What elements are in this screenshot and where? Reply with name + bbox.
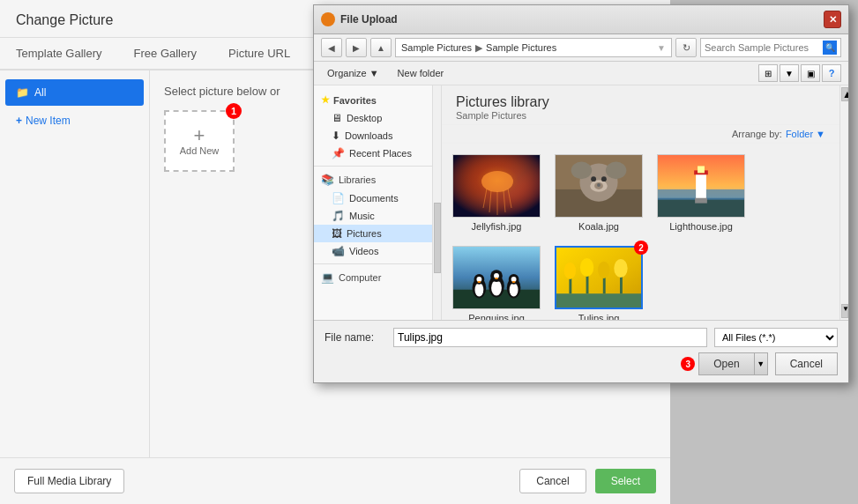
svg-point-27 bbox=[475, 283, 484, 297]
arrange-by-value[interactable]: Folder ▼ bbox=[786, 129, 825, 139]
file-name-label: File name: bbox=[325, 331, 386, 344]
back-button[interactable]: ◀ bbox=[321, 38, 342, 57]
organize-button[interactable]: Organize ▼ bbox=[321, 65, 385, 81]
documents-icon: 📄 bbox=[332, 192, 345, 204]
address-dropdown-icon[interactable]: ▼ bbox=[657, 43, 666, 53]
sidebar-item-desktop[interactable]: 🖥 Desktop bbox=[314, 109, 432, 127]
select-button[interactable]: Select bbox=[595, 469, 656, 493]
svg-rect-23 bbox=[695, 198, 707, 204]
view-mode-button[interactable]: ⊞ bbox=[758, 64, 778, 82]
file-name-penguins: Penguins.jpg bbox=[468, 313, 525, 320]
sidebar-downloads-label: Downloads bbox=[345, 130, 392, 141]
new-folder-button[interactable]: New folder bbox=[392, 66, 450, 80]
arrange-by-label: Arrange by: bbox=[732, 129, 782, 139]
file-item-lighthouse[interactable]: Lighthouse.jpg bbox=[657, 154, 745, 232]
refresh-button[interactable]: ↻ bbox=[675, 38, 697, 57]
search-input[interactable] bbox=[705, 42, 823, 53]
plus-large-icon: + bbox=[194, 126, 205, 145]
file-item-jellyfish[interactable]: Jellyfish.jpg bbox=[452, 154, 541, 232]
svg-rect-42 bbox=[556, 293, 641, 308]
forward-button[interactable]: ▶ bbox=[346, 38, 367, 57]
file-thumbnail-jellyfish bbox=[452, 154, 541, 218]
search-button[interactable]: 🔍 bbox=[823, 41, 837, 55]
favorites-section: ★ Favorites 🖥 Desktop ⬇ Downloads 📌 Rece… bbox=[314, 91, 432, 162]
left-scrollbar[interactable] bbox=[433, 85, 442, 320]
file-item-koala[interactable]: Koala.jpg bbox=[555, 154, 643, 232]
dialog-cancel-button[interactable]: Cancel bbox=[775, 352, 838, 375]
libraries-icon: 📚 bbox=[321, 174, 334, 186]
full-media-library-button[interactable]: Full Media Library bbox=[14, 469, 124, 493]
svg-point-48 bbox=[598, 262, 609, 278]
sidebar-all-label: All bbox=[34, 86, 46, 99]
sidebar-item-documents[interactable]: 📄 Documents bbox=[314, 189, 432, 207]
pictures-library-header: Pictures library Sample Pictures bbox=[442, 85, 839, 125]
tab-free-gallery[interactable]: Free Gallery bbox=[118, 38, 213, 70]
right-scrollbar-down[interactable]: ▼ bbox=[841, 304, 848, 318]
downloads-icon: ⬇ bbox=[332, 130, 340, 142]
videos-icon: 📹 bbox=[332, 245, 345, 257]
svg-rect-22 bbox=[698, 166, 705, 173]
right-scrollbar-up[interactable]: ▲ bbox=[841, 87, 848, 101]
open-dropdown-button[interactable]: ▼ bbox=[754, 352, 768, 375]
step-3-badge: 3 bbox=[681, 357, 695, 371]
sidebar-all-button[interactable]: 📁 All bbox=[5, 79, 144, 106]
cancel-button[interactable]: Cancel bbox=[519, 469, 586, 493]
open-button-group: 3 Open ▼ bbox=[698, 352, 767, 375]
view-dropdown-button[interactable]: ▼ bbox=[780, 64, 799, 82]
desktop-icon: 🖥 bbox=[332, 112, 342, 124]
bottom-bar: Full Media Library Cancel Select bbox=[0, 457, 670, 504]
dialog-footer: File name: All Files (*.*) 3 Open ▼ Canc… bbox=[314, 320, 848, 382]
favorites-header[interactable]: ★ Favorites bbox=[314, 91, 432, 109]
new-item-button[interactable]: + New Item bbox=[5, 107, 144, 134]
new-item-label: New Item bbox=[26, 115, 71, 127]
library-title: Pictures library bbox=[456, 94, 825, 110]
file-name-input[interactable] bbox=[393, 328, 707, 347]
svg-point-40 bbox=[512, 281, 516, 283]
left-scrollbar-thumb[interactable] bbox=[434, 203, 441, 273]
right-scrollbar-track: ▲ ▼ bbox=[840, 85, 848, 320]
file-item-penguins[interactable]: Penguins.jpg bbox=[452, 246, 541, 320]
tab-picture-url[interactable]: Picture URL bbox=[213, 38, 306, 70]
open-button[interactable]: Open bbox=[698, 352, 753, 375]
sidebar-item-videos[interactable]: 📹 Videos bbox=[314, 242, 432, 260]
file-name-row: File name: All Files (*.*) bbox=[325, 328, 838, 347]
address-bar[interactable]: Sample Pictures ▶ Sample Pictures ▼ bbox=[395, 38, 672, 57]
music-icon: 🎵 bbox=[332, 210, 345, 222]
sidebar-item-downloads[interactable]: ⬇ Downloads bbox=[314, 127, 432, 145]
files-grid: Jellyfish.jpg bbox=[442, 144, 839, 320]
svg-point-37 bbox=[510, 283, 519, 297]
favorites-label: Favorites bbox=[333, 95, 377, 106]
file-item-tulips[interactable]: Tulips.jpg 2 bbox=[555, 246, 643, 320]
dialog-title-text: File Upload bbox=[340, 13, 824, 26]
jellyfish-image bbox=[453, 155, 540, 217]
computer-icon: 💻 bbox=[321, 271, 334, 284]
dialog-close-button[interactable]: ✕ bbox=[824, 11, 841, 28]
address-path-current: Sample Pictures bbox=[486, 42, 556, 53]
file-thumbnail-lighthouse bbox=[657, 154, 745, 218]
sidebar-item-pictures[interactable]: 🖼 Pictures bbox=[314, 225, 432, 242]
computer-header[interactable]: 💻 Computer bbox=[314, 268, 432, 287]
sidebar-item-music[interactable]: 🎵 Music bbox=[314, 207, 432, 225]
svg-point-32 bbox=[491, 280, 502, 296]
tab-template-gallery[interactable]: Template Gallery bbox=[0, 38, 118, 70]
view-buttons: ⊞ ▼ ▣ ? bbox=[758, 64, 841, 82]
pictures-icon: 🖼 bbox=[332, 227, 342, 240]
libraries-label: Libraries bbox=[339, 174, 376, 185]
right-scrollbar[interactable]: ▲ ▼ bbox=[839, 85, 848, 320]
up-button[interactable]: ▲ bbox=[370, 38, 392, 57]
file-type-select[interactable]: All Files (*.*) bbox=[714, 328, 838, 347]
sidebar-music-label: Music bbox=[349, 211, 375, 221]
sidebar-divider-2 bbox=[314, 263, 432, 264]
search-box: 🔍 bbox=[700, 38, 841, 57]
computer-label: Computer bbox=[339, 272, 381, 283]
libraries-header[interactable]: 📚 Libraries bbox=[314, 170, 432, 189]
add-new-box[interactable]: + Add New bbox=[164, 110, 235, 172]
file-upload-dialog: File Upload ✕ ◀ ▶ ▲ Sample Pictures ▶ Sa… bbox=[313, 4, 849, 383]
sidebar-item-recent-places[interactable]: 📌 Recent Places bbox=[314, 145, 432, 162]
dialog-main-area: Pictures library Sample Pictures Arrange… bbox=[442, 85, 839, 320]
help-button[interactable]: ? bbox=[822, 64, 841, 82]
dialog-sidebar: ★ Favorites 🖥 Desktop ⬇ Downloads 📌 Rece… bbox=[314, 85, 433, 320]
dialog-menu-bar: Organize ▼ New folder ⊞ ▼ ▣ ? bbox=[314, 62, 848, 85]
preview-button[interactable]: ▣ bbox=[801, 64, 820, 82]
sidebar-documents-label: Documents bbox=[349, 193, 399, 204]
